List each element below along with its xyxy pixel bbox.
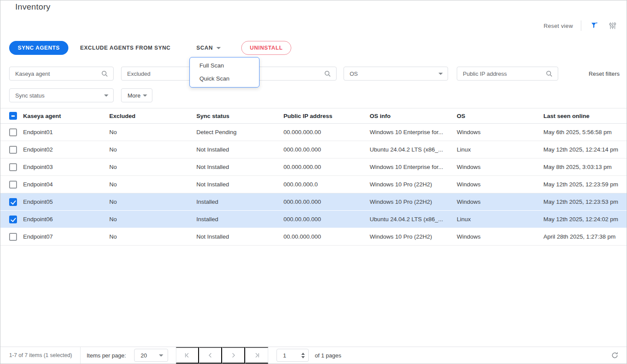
kaseya-agent-search-input[interactable] — [10, 67, 101, 80]
pager — [176, 347, 268, 364]
chevron-down-icon — [143, 94, 147, 97]
cell-os-info: Windows 10 Enterprise for... — [370, 164, 457, 170]
footer-divider — [80, 347, 81, 364]
uninstall-button[interactable]: UNINSTALL — [241, 41, 291, 55]
table-body: Endpoint01 No Detect Pending 00.000.000.… — [0, 124, 627, 246]
chevron-down-icon — [104, 94, 108, 97]
search-icon — [324, 70, 331, 78]
cell-kaseya-agent: Endpoint01 — [23, 129, 109, 135]
select-all-checkbox[interactable] — [9, 112, 17, 120]
table-row[interactable]: Endpoint01 No Detect Pending 00.000.000.… — [0, 124, 627, 141]
public-ip-search-field[interactable] — [457, 67, 558, 81]
cell-os: Windows — [457, 129, 543, 135]
cell-os-info: Windows 10 Enterprise for... — [370, 129, 457, 135]
more-filters-button[interactable]: More — [121, 88, 152, 102]
next-page-button[interactable] — [222, 347, 245, 364]
filter-funnel-icon[interactable] — [589, 20, 600, 31]
toolbar-divider — [581, 20, 581, 31]
page-number-field — [276, 349, 309, 362]
cell-sync-status: Not Installed — [196, 181, 283, 188]
items-per-page-value: 20 — [135, 352, 159, 359]
cell-last-seen: May 12th 2025, 12:23:59 pm — [543, 181, 627, 188]
menu-item-full-scan[interactable]: Full Scan — [190, 59, 259, 72]
cell-last-seen: April 28th 2025, 1:27:38 pm — [543, 233, 627, 240]
sync-status-filter-select[interactable]: Sync status — [9, 88, 114, 102]
cell-public-ip: 000.00.000.0 — [283, 181, 370, 188]
items-summary: 1-7 of 7 items (1 selected) — [9, 347, 72, 364]
column-header-excluded[interactable]: Excluded — [109, 113, 196, 119]
action-bar: SYNC AGENTS EXCLUDE AGENTS FROM SYNC SCA… — [0, 41, 627, 55]
cell-kaseya-agent: Endpoint05 — [23, 199, 109, 205]
cell-last-seen: May 12th 2025, 12:24:14 pm — [543, 146, 627, 153]
stepper-down-icon[interactable] — [301, 356, 305, 358]
sync-agents-button[interactable]: SYNC AGENTS — [9, 41, 68, 55]
row-checkbox[interactable] — [9, 163, 17, 171]
exclude-agents-button[interactable]: EXCLUDE AGENTS FROM SYNC — [80, 41, 171, 55]
cell-last-seen: May 8th 2025, 3:03:13 pm — [543, 164, 627, 170]
cell-sync-status: Not Installed — [196, 164, 283, 170]
cell-public-ip: 00.000.000.00 — [283, 164, 370, 170]
column-header-os-info[interactable]: OS info — [370, 113, 457, 119]
cell-os: Windows — [457, 181, 543, 188]
cell-excluded: No — [109, 129, 196, 135]
table-row[interactable]: Endpoint03 No Not Installed 00.000.000.0… — [0, 158, 627, 176]
column-header-public-ip[interactable]: Public IP address — [283, 113, 370, 119]
pagination-footer: 1-7 of 7 items (1 selected) Items per pa… — [0, 347, 627, 364]
row-checkbox[interactable] — [9, 198, 17, 206]
column-header-last-seen[interactable]: Last seen online — [543, 113, 627, 119]
table-row[interactable]: Endpoint05 No Installed 000.00.00.000 Wi… — [0, 193, 627, 211]
cell-last-seen: May 12th 2025, 12:23:53 pm — [543, 199, 627, 205]
cell-os-info: Windows 10 Pro (22H2) — [370, 199, 457, 205]
cell-excluded: No — [109, 181, 196, 188]
scan-dropdown-button[interactable]: SCAN — [196, 41, 221, 55]
page-title: Inventory — [15, 2, 51, 12]
refresh-icon[interactable] — [611, 347, 619, 364]
first-page-button[interactable] — [176, 347, 199, 364]
table-row[interactable]: Endpoint04 No Not Installed 000.00.000.0… — [0, 176, 627, 193]
column-header-sync-status[interactable]: Sync status — [196, 113, 283, 119]
cell-sync-status: Installed — [196, 199, 283, 205]
os-filter-value: OS — [344, 71, 438, 77]
chevron-down-icon — [159, 354, 163, 357]
cell-kaseya-agent: Endpoint03 — [23, 164, 109, 170]
row-checkbox[interactable] — [9, 233, 17, 241]
reset-filters-button[interactable]: Reset filters — [589, 71, 620, 77]
cell-os-info: Ubuntu 24.04.2 LTS (x86_... — [370, 146, 457, 153]
cell-excluded: No — [109, 216, 196, 222]
public-ip-search-input[interactable] — [457, 67, 546, 80]
table-row[interactable]: Endpoint02 No Not Installed 000.00.00.00… — [0, 141, 627, 158]
menu-item-quick-scan[interactable]: Quick Scan — [190, 72, 259, 85]
stepper-up-icon[interactable] — [301, 353, 305, 355]
reset-view-button[interactable]: Reset view — [543, 23, 573, 29]
column-header-kaseya-agent[interactable]: Kaseya agent — [23, 113, 109, 119]
last-page-button[interactable] — [245, 347, 268, 364]
column-header-os[interactable]: OS — [457, 113, 543, 119]
row-checkbox[interactable] — [9, 128, 17, 136]
cell-os: Windows — [457, 164, 543, 170]
cell-os: Windows — [457, 199, 543, 205]
os-filter-select[interactable]: OS — [344, 67, 448, 81]
page-number-input[interactable] — [277, 352, 294, 359]
kaseya-agent-search-field[interactable] — [9, 67, 114, 81]
cell-os-info: Windows 10 Pro (22H2) — [370, 181, 457, 188]
column-settings-icon[interactable] — [607, 20, 618, 31]
cell-excluded: No — [109, 146, 196, 153]
row-checkbox[interactable] — [9, 146, 17, 154]
cell-public-ip: 000.00.00.000 — [283, 146, 370, 153]
total-pages-label: of 1 pages — [315, 347, 341, 364]
cell-os: Linux — [457, 216, 543, 222]
row-checkbox[interactable] — [9, 181, 17, 189]
table-row[interactable]: Endpoint07 No Not Installed 00.00.000.00… — [0, 228, 627, 246]
row-checkbox[interactable] — [9, 216, 17, 223]
table-row[interactable]: Endpoint06 No Installed 000.00.00.000 Ub… — [0, 211, 627, 228]
cell-public-ip: 000.00.00.000 — [283, 199, 370, 205]
items-per-page-select[interactable]: 20 — [134, 349, 168, 362]
cell-excluded: No — [109, 233, 196, 240]
cell-excluded: No — [109, 164, 196, 170]
cell-os: Windows — [457, 233, 543, 240]
chevron-down-icon — [438, 73, 443, 75]
cell-public-ip: 00.000.000.00 — [283, 129, 370, 135]
cell-kaseya-agent: Endpoint04 — [23, 181, 109, 188]
search-icon — [546, 70, 553, 78]
previous-page-button[interactable] — [199, 347, 222, 364]
